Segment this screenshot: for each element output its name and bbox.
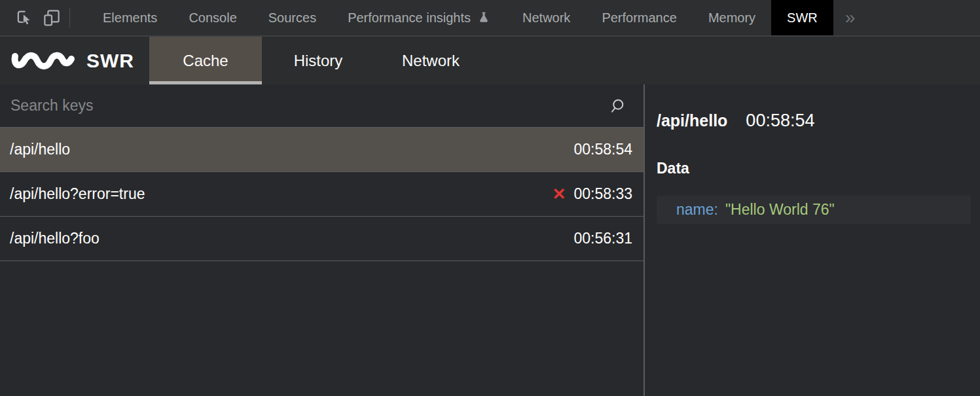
swr-wave-icon <box>10 48 76 74</box>
swr-tab-cache[interactable]: Cache <box>149 37 262 84</box>
detail-header: /api/hello 00:58:54 <box>657 111 971 131</box>
tab-performance[interactable]: Performance <box>586 0 693 35</box>
swr-logo-text: SWR <box>86 50 134 72</box>
inspect-element-icon[interactable] <box>10 5 38 31</box>
cache-key-row[interactable]: /api/hello?error=true ✕ 00:58:33 <box>0 172 644 217</box>
json-value: "Hello World 76" <box>725 201 835 219</box>
cache-key-timestamp: 00:58:54 <box>573 141 632 158</box>
cache-key-timestamp: 00:58:33 <box>573 185 632 203</box>
cache-key-timestamp: 00:56:31 <box>573 230 632 247</box>
search-icon[interactable] <box>609 96 629 116</box>
detail-key: /api/hello <box>657 111 727 130</box>
tab-swr[interactable]: SWR <box>771 0 833 35</box>
detail-timestamp: 00:58:54 <box>746 111 814 131</box>
data-section-label: Data <box>657 160 971 177</box>
search-input[interactable] <box>9 96 609 115</box>
swr-tab-network[interactable]: Network <box>374 37 487 84</box>
devtools-tabs: Elements Console Sources Performance ins… <box>87 0 980 35</box>
tab-network[interactable]: Network <box>507 0 586 35</box>
swr-panel-content: /api/hello 00:58:54 /api/hello?error=tru… <box>0 84 980 396</box>
swr-logo: SWR <box>0 37 149 84</box>
cache-key-row[interactable]: /api/hello?foo 00:56:31 <box>0 217 644 261</box>
tab-console[interactable]: Console <box>173 0 252 35</box>
cache-key-label: /api/hello <box>10 141 573 158</box>
tab-performance-insights[interactable]: Performance insights <box>332 0 507 35</box>
swr-tab-history[interactable]: History <box>262 37 374 84</box>
device-toolbar-icon[interactable] <box>38 5 65 31</box>
devtools-toolbar-icons <box>0 0 77 35</box>
more-tabs-icon[interactable]: » <box>833 0 867 35</box>
tab-elements[interactable]: Elements <box>87 0 173 35</box>
cache-key-row[interactable]: /api/hello 00:58:54 <box>0 128 644 172</box>
swr-header-bar: SWR Cache History Network <box>0 37 980 84</box>
devtools-toolbar: Elements Console Sources Performance ins… <box>0 0 980 37</box>
search-bar <box>0 84 644 128</box>
tab-performance-insights-label: Performance insights <box>348 10 471 26</box>
json-tree-row[interactable]: name: "Hello World 76" <box>657 196 971 224</box>
json-key: name: <box>676 201 718 219</box>
cache-keys-panel: /api/hello 00:58:54 /api/hello?error=tru… <box>0 84 645 396</box>
toolbar-divider <box>69 8 70 27</box>
error-x-icon: ✕ <box>553 185 566 204</box>
cache-key-label: /api/hello?error=true <box>10 185 553 203</box>
cache-key-label: /api/hello?foo <box>10 230 573 247</box>
cache-detail-panel: /api/hello 00:58:54 Data name: "Hello Wo… <box>645 84 980 396</box>
tab-sources[interactable]: Sources <box>253 0 332 35</box>
tab-memory[interactable]: Memory <box>693 0 771 35</box>
flask-icon <box>477 10 491 25</box>
